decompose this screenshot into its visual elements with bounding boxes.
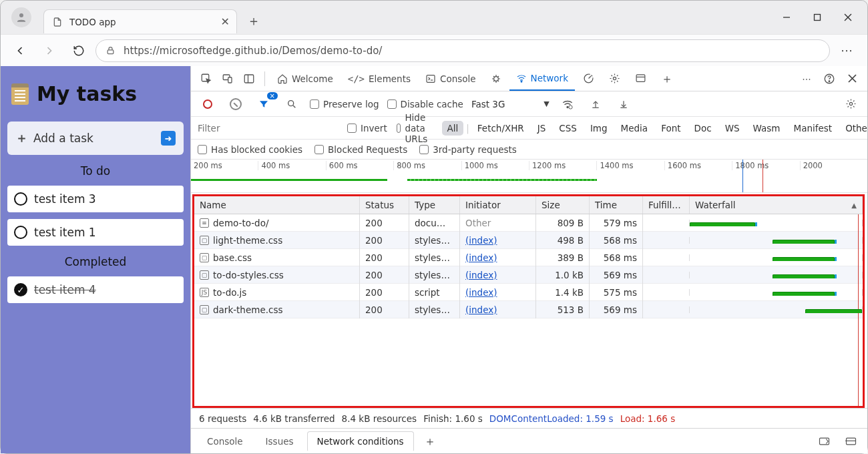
- task-checkbox[interactable]: [14, 192, 27, 206]
- tab-add[interactable]: ＋: [654, 66, 680, 91]
- col-size[interactable]: Size: [536, 196, 590, 214]
- blocked-cookies-checkbox[interactable]: Has blocked cookies: [198, 144, 302, 155]
- task-item-completed[interactable]: test item 4: [7, 276, 184, 303]
- col-name[interactable]: Name: [194, 196, 360, 214]
- third-party-checkbox[interactable]: 3rd-party requests: [419, 144, 517, 155]
- invert-checkbox[interactable]: Invert: [347, 123, 387, 134]
- task-item[interactable]: test item 3: [7, 186, 184, 212]
- table-row[interactable]: ▢base.css200styleshe…(index)389 B568 ms: [194, 249, 863, 266]
- blocked-requests-checkbox[interactable]: Blocked Requests: [314, 144, 407, 155]
- col-type[interactable]: Type: [409, 196, 460, 214]
- tab-memory-icon[interactable]: [602, 66, 627, 91]
- request-initiator[interactable]: (index): [460, 301, 536, 318]
- add-task-submit[interactable]: ➜: [161, 131, 176, 146]
- request-name: demo-to-do/: [213, 218, 268, 228]
- timeline-overview[interactable]: 200 ms400 ms600 ms800 ms1000 ms1200 ms14…: [191, 160, 867, 193]
- col-time[interactable]: Time: [590, 196, 643, 214]
- address-bar[interactable]: https://microsoftedge.github.io/Demos/de…: [95, 39, 830, 62]
- request-waterfall: [690, 237, 863, 244]
- window-maximize[interactable]: [802, 7, 833, 28]
- table-row[interactable]: ▢to-do-styles.css200styleshe…(index)1.0 …: [194, 266, 863, 284]
- tab-sources-icon[interactable]: [484, 66, 508, 91]
- tab-network[interactable]: Network: [509, 66, 575, 91]
- filter-chip-media[interactable]: Media: [616, 121, 654, 136]
- col-initiator[interactable]: Initiator: [460, 196, 536, 214]
- svg-point-0: [19, 13, 23, 17]
- import-har-button[interactable]: [586, 94, 606, 114]
- preserve-log-checkbox[interactable]: Preserve log: [310, 99, 379, 109]
- tab-console[interactable]: Console: [419, 66, 483, 91]
- tab-close-icon[interactable]: ✕: [221, 15, 230, 28]
- task-checkbox-checked[interactable]: [14, 283, 27, 296]
- drawer-add-tab[interactable]: ＋: [421, 433, 439, 449]
- drawer-tab-console[interactable]: Console: [198, 432, 252, 451]
- network-conditions-icon[interactable]: [558, 94, 578, 114]
- export-har-button[interactable]: [614, 94, 634, 114]
- back-button[interactable]: [7, 38, 33, 63]
- devtools-close-button[interactable]: [842, 69, 862, 89]
- filter-chip-img[interactable]: Img: [585, 121, 613, 136]
- forward-button[interactable]: [37, 38, 62, 63]
- table-row[interactable]: ▢dark-theme.css200styleshe…(index)513 B5…: [194, 301, 863, 318]
- tab-elements[interactable]: </>Elements: [341, 66, 417, 91]
- file-icon: ≡: [200, 218, 209, 228]
- drawer-tab-issues[interactable]: Issues: [256, 432, 303, 451]
- tab-performance-icon[interactable]: [576, 66, 601, 91]
- drawer-tab-network-conditions[interactable]: Network conditions: [307, 431, 414, 452]
- task-checkbox[interactable]: [14, 226, 27, 239]
- window-minimize[interactable]: [771, 7, 802, 28]
- window-close[interactable]: [833, 7, 863, 28]
- network-settings-button[interactable]: [841, 94, 861, 114]
- request-initiator[interactable]: (index): [460, 249, 536, 266]
- filter-chip-font[interactable]: Font: [656, 121, 686, 136]
- filter-chip-doc[interactable]: Doc: [689, 121, 717, 136]
- dock-side-icon[interactable]: [239, 69, 259, 89]
- browser-tab[interactable]: TODO app ✕: [43, 9, 237, 33]
- svg-rect-30: [846, 438, 855, 445]
- devtools-help-button[interactable]: [819, 69, 839, 89]
- tab-welcome[interactable]: Welcome: [270, 66, 340, 91]
- request-size: 389 B: [536, 249, 590, 266]
- filter-chip-js[interactable]: JS: [532, 121, 552, 136]
- tab-application-icon[interactable]: [628, 66, 653, 91]
- profile-avatar[interactable]: [11, 7, 31, 27]
- table-header[interactable]: Name Status Type Initiator Size Time Ful…: [194, 196, 863, 214]
- col-status[interactable]: Status: [360, 196, 409, 214]
- type-filter-chips: All|Fetch/XHRJSCSSImgMediaFontDocWSWasmM…: [442, 121, 869, 136]
- filter-toggle[interactable]: ×: [254, 94, 274, 114]
- col-fulfilled[interactable]: Fulfilled…: [643, 196, 690, 214]
- task-item[interactable]: test item 1: [7, 219, 184, 246]
- device-toolbar-icon[interactable]: [218, 69, 238, 89]
- refresh-button[interactable]: [66, 38, 91, 63]
- filter-chip-manifest[interactable]: Manifest: [789, 121, 838, 136]
- browser-menu-button[interactable]: ⋯: [834, 43, 861, 57]
- table-row[interactable]: JSto-do.js200script(index)1.4 kB575 ms: [194, 284, 863, 301]
- filter-chip-other[interactable]: Other: [840, 121, 868, 136]
- new-tab-button[interactable]: ＋: [242, 9, 265, 32]
- filter-chip-wasm[interactable]: Wasm: [748, 121, 786, 136]
- devtools-more-button[interactable]: ⋯: [797, 69, 817, 89]
- drawer-expand-icon[interactable]: [814, 431, 834, 451]
- search-button[interactable]: [282, 94, 302, 114]
- drawer-collapse-icon[interactable]: [841, 431, 861, 451]
- throttling-select[interactable]: Fast 3G▼: [471, 99, 550, 109]
- record-button[interactable]: [198, 94, 218, 114]
- inspect-element-icon[interactable]: [196, 69, 216, 89]
- filter-chip-fetchxhr[interactable]: Fetch/XHR: [472, 121, 529, 136]
- request-initiator[interactable]: (index): [460, 266, 536, 284]
- filter-chip-css[interactable]: CSS: [554, 121, 582, 136]
- filter-chip-ws[interactable]: WS: [720, 121, 745, 136]
- filter-chip-all[interactable]: All: [442, 121, 464, 136]
- col-waterfall[interactable]: Waterfall▲: [690, 196, 863, 214]
- filter-input[interactable]: [198, 120, 338, 136]
- table-row[interactable]: ▢light-theme.css200styleshe…(index)498 B…: [194, 232, 863, 249]
- clear-button[interactable]: [226, 94, 246, 114]
- table-row[interactable]: ≡demo-to-do/200docum…Other809 B579 ms: [194, 214, 863, 232]
- request-status: 200: [360, 214, 409, 232]
- request-initiator[interactable]: (index): [460, 232, 536, 249]
- status-transferred: 4.6 kB transferred: [253, 413, 335, 424]
- filter-badge: ×: [267, 92, 278, 99]
- disable-cache-checkbox[interactable]: Disable cache: [387, 99, 463, 109]
- add-task-input[interactable]: ＋ Add a task ➜: [7, 122, 184, 155]
- request-initiator[interactable]: (index): [460, 284, 536, 301]
